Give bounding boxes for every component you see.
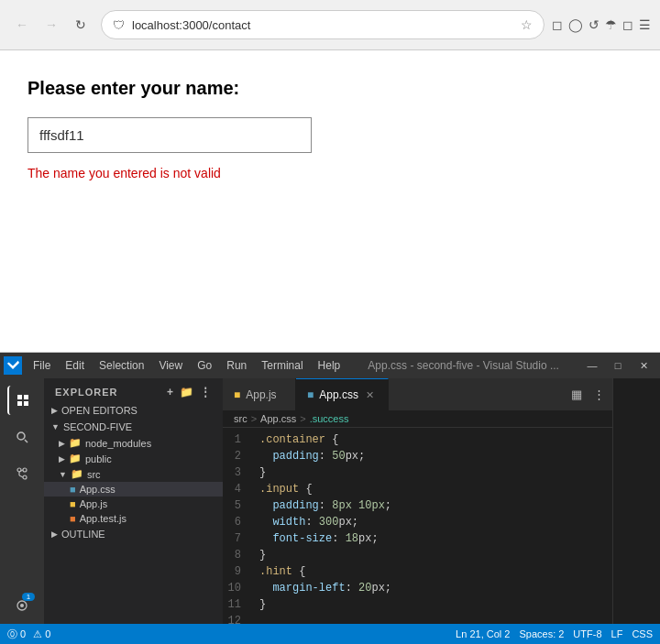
profile-icon[interactable]: ◯ bbox=[568, 17, 583, 32]
sidebar: EXPLORER + 📁 ⋮ ▶ OPEN EDITORS ▼ SECOND-F… bbox=[44, 378, 223, 624]
open-editors-label: OPEN EDITORS bbox=[61, 405, 138, 416]
sync-icon[interactable]: ↺ bbox=[588, 17, 600, 32]
tree-app-test-js[interactable]: ■ App.test.js bbox=[44, 511, 223, 526]
menu-icon[interactable]: ☰ bbox=[639, 17, 651, 32]
browser-right-icons: ◻ ◯ ↺ ☂ ◻ ☰ bbox=[552, 17, 651, 32]
tab-app-css-icon: ■ bbox=[307, 388, 314, 401]
reload-button[interactable]: ↻ bbox=[68, 12, 94, 38]
tab-app-js[interactable]: ■ App.js bbox=[223, 378, 296, 410]
status-cursor[interactable]: Ln 21, Col 2 bbox=[456, 628, 510, 639]
outline-header[interactable]: ▶ OUTLINE bbox=[44, 526, 223, 542]
project-header[interactable]: ▼ SECOND-FIVE bbox=[44, 419, 223, 435]
tree-node-modules[interactable]: ▶ 📁 node_modules bbox=[44, 435, 223, 451]
status-right: Ln 21, Col 2 Spaces: 2 UTF-8 LF CSS bbox=[456, 628, 653, 639]
activity-git[interactable] bbox=[7, 459, 37, 488]
address-icons: ☆ bbox=[521, 17, 533, 32]
src-folder-icon: 📁 bbox=[71, 468, 83, 480]
activity-search[interactable] bbox=[7, 422, 37, 452]
svg-rect-0 bbox=[17, 395, 22, 399]
svg-point-13 bbox=[20, 604, 24, 607]
maximize-button[interactable]: □ bbox=[605, 353, 631, 378]
address-bar[interactable]: 🛡 localhost:3000/contact ☆ bbox=[101, 10, 544, 39]
star-icon[interactable]: ☆ bbox=[521, 17, 533, 32]
new-folder-icon[interactable]: 📁 bbox=[180, 386, 194, 398]
back-button[interactable]: ← bbox=[9, 12, 35, 38]
extensions-badge: 1 bbox=[22, 593, 35, 601]
public-folder-icon: 📁 bbox=[69, 453, 82, 464]
menu-help[interactable]: Help bbox=[311, 355, 348, 376]
pocket-icon[interactable]: ◻ bbox=[552, 17, 563, 32]
outline-section: ▶ OUTLINE bbox=[44, 526, 223, 542]
page-title: Please enter your name: bbox=[28, 78, 632, 99]
collapse-icon[interactable]: ⋮ bbox=[200, 386, 212, 398]
sidebar-header: EXPLORER + 📁 ⋮ bbox=[44, 378, 223, 402]
explorer-label: EXPLORER bbox=[55, 387, 118, 398]
menu-edit[interactable]: Edit bbox=[58, 355, 92, 376]
status-errors[interactable]: ⓪ 0 bbox=[7, 628, 26, 641]
minimap bbox=[613, 378, 659, 624]
code-line-8: font-size: 18px; bbox=[259, 530, 605, 547]
node-modules-chevron: ▶ bbox=[59, 439, 65, 448]
status-eol[interactable]: LF bbox=[611, 628, 623, 639]
web-page: Please enter your name: The name you ent… bbox=[0, 50, 660, 353]
breadcrumb-app-css[interactable]: App.css bbox=[260, 413, 296, 424]
shield2-icon[interactable]: ☂ bbox=[605, 17, 617, 32]
tabs-bar: ■ App.js ■ App.css ✕ ▦ ⋮ bbox=[223, 378, 612, 410]
sidebar-header-icons: + 📁 ⋮ bbox=[167, 386, 212, 398]
code-lines: 1234 5678 910111213 .container { padding… bbox=[223, 428, 612, 624]
svg-point-8 bbox=[23, 468, 27, 472]
tab-app-css-close[interactable]: ✕ bbox=[364, 388, 377, 401]
minimize-button[interactable]: — bbox=[579, 353, 605, 378]
svg-rect-2 bbox=[17, 401, 22, 406]
tree-public[interactable]: ▶ 📁 public bbox=[44, 451, 223, 466]
svg-rect-3 bbox=[24, 401, 28, 406]
code-content[interactable]: .container { padding: 50px; } .input { p… bbox=[252, 428, 612, 624]
status-spaces[interactable]: Spaces: 2 bbox=[519, 628, 564, 639]
breadcrumb-success[interactable]: .success bbox=[310, 413, 349, 424]
ext-icon[interactable]: ◻ bbox=[622, 17, 633, 32]
breadcrumb: src > App.css > .success bbox=[223, 410, 612, 428]
code-editor[interactable]: 1234 5678 910111213 .container { padding… bbox=[223, 428, 612, 624]
tree-src[interactable]: ▼ 📁 src bbox=[44, 466, 223, 482]
status-warnings[interactable]: ⚠ 0 bbox=[33, 628, 50, 640]
status-encoding[interactable]: UTF-8 bbox=[573, 628, 601, 639]
more-tabs-icon[interactable]: ⋮ bbox=[589, 386, 609, 403]
menu-terminal[interactable]: Terminal bbox=[254, 355, 310, 376]
app-js-icon: ■ bbox=[70, 498, 76, 509]
project-chevron: ▼ bbox=[51, 422, 60, 431]
vscode-main-area: 1 EXPLORER + 📁 ⋮ ▶ OPEN EDITORS bbox=[0, 378, 660, 624]
open-editors-section: ▶ OPEN EDITORS bbox=[44, 402, 223, 419]
open-editors-header[interactable]: ▶ OPEN EDITORS bbox=[44, 402, 223, 419]
tab-app-css[interactable]: ■ App.css ✕ bbox=[296, 378, 389, 410]
activity-explorer[interactable] bbox=[7, 386, 37, 415]
line-numbers: 1234 5678 910111213 bbox=[223, 428, 252, 624]
svg-rect-1 bbox=[24, 395, 28, 399]
code-line-7: width: 300px; bbox=[259, 514, 605, 530]
src-chevron: ▼ bbox=[59, 470, 67, 479]
menu-file[interactable]: File bbox=[26, 355, 58, 376]
close-button[interactable]: ✕ bbox=[631, 353, 656, 378]
activity-extensions[interactable]: 1 bbox=[7, 591, 37, 620]
tree-app-js[interactable]: ■ App.js bbox=[44, 497, 223, 511]
error-message: The name you entered is not valid bbox=[28, 166, 632, 180]
public-chevron: ▶ bbox=[59, 454, 65, 464]
new-file-icon[interactable]: + bbox=[167, 386, 174, 398]
vscode-menubar: File Edit Selection View Go Run Terminal… bbox=[0, 353, 660, 378]
menu-go[interactable]: Go bbox=[190, 355, 219, 376]
menu-view[interactable]: View bbox=[151, 355, 190, 376]
svg-line-10 bbox=[19, 475, 23, 477]
breadcrumb-src[interactable]: src bbox=[234, 413, 248, 424]
status-language[interactable]: CSS bbox=[632, 628, 653, 639]
app-css-icon: ■ bbox=[70, 484, 76, 495]
name-input[interactable] bbox=[28, 117, 312, 153]
outline-chevron: ▶ bbox=[51, 529, 58, 539]
url-text: localhost:3000/contact bbox=[132, 18, 513, 32]
svg-line-5 bbox=[25, 440, 28, 442]
menu-selection[interactable]: Selection bbox=[92, 355, 151, 376]
svg-point-7 bbox=[23, 475, 27, 479]
nav-buttons: ← → ↻ bbox=[9, 12, 94, 38]
forward-button[interactable]: → bbox=[38, 12, 64, 38]
split-editor-icon[interactable]: ▦ bbox=[567, 386, 586, 403]
tree-app-css[interactable]: ■ App.css bbox=[44, 482, 223, 497]
menu-run[interactable]: Run bbox=[219, 355, 254, 376]
